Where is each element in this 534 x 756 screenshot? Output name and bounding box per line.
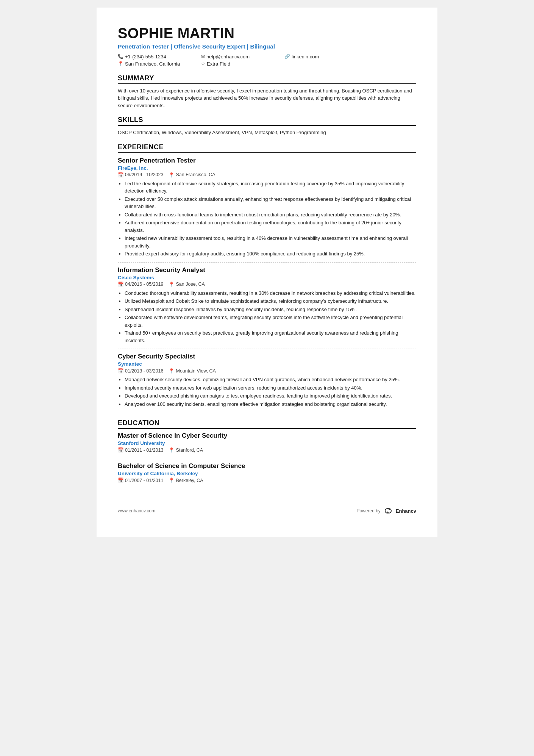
job-entry-1: Senior Penetration Tester FireEye, Inc. … <box>118 157 416 263</box>
pin-icon-2: 📍 <box>169 282 175 287</box>
candidate-name: SOPHIE MARTIN <box>118 26 416 42</box>
location-value: San Francisco, California <box>125 61 180 67</box>
powered-by-label: Powered by <box>356 508 380 513</box>
pin-icon-1: 📍 <box>169 172 175 178</box>
summary-title: SUMMARY <box>118 74 416 84</box>
edu-location-2: 📍 Berkeley, CA <box>169 477 203 483</box>
contact-row-2: 📍 San Francisco, California ☆ Extra Fiel… <box>118 61 416 67</box>
edu-meta-1: 📅 01/2011 - 01/2013 📍 Stanford, CA <box>118 447 416 453</box>
bullet-1-4: Authored comprehensive documentation on … <box>125 219 416 234</box>
calendar-icon-2: 📅 <box>118 282 124 287</box>
job-dates-2: 📅 04/2016 - 05/2019 <box>118 282 163 287</box>
job-entry-2: Information Security Analyst Cisco Syste… <box>118 266 416 349</box>
bullet-1-5: Integrated new vulnerability assessment … <box>125 235 416 249</box>
linkedin-contact: 🔗 linkedin.com <box>284 54 368 59</box>
bullet-3-2: Implemented security measures for web ap… <box>125 384 416 392</box>
bullet-3-1: Managed network security devices, optimi… <box>125 376 416 383</box>
bullet-2-3: Spearheaded incident response initiative… <box>125 306 416 313</box>
company-name-1: FireEye, Inc. <box>118 165 416 171</box>
bullet-2-4: Collaborated with software development t… <box>125 314 416 329</box>
email-value: help@enhancv.com <box>206 54 250 59</box>
job-title-2: Information Security Analyst <box>118 266 416 274</box>
bullet-2-5: Trained 50+ employees on security best p… <box>125 329 416 344</box>
experience-section: EXPERIENCE Senior Penetration Tester Fir… <box>118 143 416 413</box>
edu-pin-icon-2: 📍 <box>169 477 175 483</box>
footer-powered: Powered by Enhancv <box>356 507 416 514</box>
location-contact: 📍 San Francisco, California <box>118 61 201 67</box>
company-name-3: Symantec <box>118 361 416 367</box>
edu-pin-icon-1: 📍 <box>169 447 175 453</box>
edu-entry-2: Bachelor of Science in Computer Science … <box>118 462 416 489</box>
linkedin-value: linkedin.com <box>292 54 319 59</box>
skills-title: SKILLS <box>118 116 416 126</box>
edu-location-1: 📍 Stanford, CA <box>169 447 203 453</box>
school-1: Stanford University <box>118 440 416 446</box>
candidate-title: Penetration Tester | Offensive Security … <box>118 43 416 50</box>
contact-row-1: 📞 +1-(234)-555-1234 ✉ help@enhancv.com 🔗… <box>118 54 416 60</box>
pin-icon-3: 📍 <box>169 368 175 374</box>
company-name-2: Cisco Systems <box>118 275 416 280</box>
page-footer: www.enhancv.com Powered by Enhancv <box>118 504 416 514</box>
degree-1: Master of Science in Cyber Security <box>118 432 416 440</box>
job-bullets-2: Conducted thorough vulnerability assessm… <box>118 290 416 344</box>
bullet-1-3: Collaborated with cross-functional teams… <box>125 211 416 219</box>
phone-value: +1-(234)-555-1234 <box>125 54 166 59</box>
bullet-1-6: Provided expert advisory for regulatory … <box>125 250 416 258</box>
school-2: University of California, Berkeley <box>118 471 416 476</box>
job-meta-2: 📅 04/2016 - 05/2019 📍 San Jose, CA <box>118 282 416 287</box>
job-dates-3: 📅 01/2013 - 03/2016 <box>118 368 163 374</box>
phone-contact: 📞 +1-(234)-555-1234 <box>118 54 201 59</box>
education-title: EDUCATION <box>118 419 416 429</box>
bullet-1-2: Executed over 50 complex attack simulati… <box>125 196 416 210</box>
location-icon: 📍 <box>118 61 123 66</box>
job-location-2: 📍 San Jose, CA <box>169 282 205 287</box>
email-icon: ✉ <box>201 54 205 59</box>
bullet-2-2: Utilized Metasploit and Cobalt Strike to… <box>125 297 416 305</box>
header: SOPHIE MARTIN Penetration Tester | Offen… <box>118 26 416 67</box>
extra-field-value: Extra Field <box>207 61 230 67</box>
enhancv-infinity-icon <box>383 507 393 514</box>
education-section: EDUCATION Master of Science in Cyber Sec… <box>118 419 416 489</box>
link-icon: 🔗 <box>284 54 290 59</box>
enhancv-brand: Enhancv <box>396 508 416 514</box>
job-bullets-3: Managed network security devices, optimi… <box>118 376 416 408</box>
job-location-1: 📍 San Francisco, CA <box>169 172 215 178</box>
calendar-icon-1: 📅 <box>118 172 124 178</box>
bullet-3-3: Developed and executed phishing campaign… <box>125 392 416 400</box>
edu-dates-1: 📅 01/2011 - 01/2013 <box>118 447 163 453</box>
edu-entry-1: Master of Science in Cyber Security Stan… <box>118 432 416 459</box>
bullet-1-1: Led the development of offensive securit… <box>125 180 416 195</box>
job-entry-3: Cyber Security Specialist Symantec 📅 01/… <box>118 353 416 412</box>
star-icon: ☆ <box>201 61 205 66</box>
job-dates-1: 📅 06/2019 - 10/2023 <box>118 172 163 178</box>
job-title-1: Senior Penetration Tester <box>118 157 416 164</box>
footer-url: www.enhancv.com <box>118 508 155 513</box>
edu-dates-2: 📅 01/2007 - 01/2011 <box>118 477 163 483</box>
job-title-3: Cyber Security Specialist <box>118 353 416 360</box>
edu-calendar-icon-1: 📅 <box>118 447 124 453</box>
skills-section: SKILLS OSCP Certification, Windows, Vuln… <box>118 116 416 136</box>
job-meta-3: 📅 01/2013 - 03/2016 📍 Mountain View, CA <box>118 368 416 374</box>
job-meta-1: 📅 06/2019 - 10/2023 📍 San Francisco, CA <box>118 172 416 178</box>
skills-text: OSCP Certification, Windows, Vulnerabili… <box>118 129 416 136</box>
experience-title: EXPERIENCE <box>118 143 416 153</box>
job-bullets-1: Led the development of offensive securit… <box>118 180 416 258</box>
email-contact: ✉ help@enhancv.com <box>201 54 284 59</box>
bullet-3-4: Analyzed over 100 security incidents, en… <box>125 401 416 408</box>
summary-text: With over 10 years of experience in offe… <box>118 87 416 110</box>
phone-icon: 📞 <box>118 54 123 59</box>
edu-calendar-icon-2: 📅 <box>118 477 124 483</box>
bullet-2-1: Conducted thorough vulnerability assessm… <box>125 290 416 297</box>
edu-meta-2: 📅 01/2007 - 01/2011 📍 Berkeley, CA <box>118 477 416 483</box>
resume-page: SOPHIE MARTIN Penetration Tester | Offen… <box>97 8 437 537</box>
calendar-icon-3: 📅 <box>118 368 124 374</box>
job-location-3: 📍 Mountain View, CA <box>169 368 215 374</box>
degree-2: Bachelor of Science in Computer Science <box>118 462 416 470</box>
extra-field-contact: ☆ Extra Field <box>201 61 284 67</box>
summary-section: SUMMARY With over 10 years of experience… <box>118 74 416 110</box>
